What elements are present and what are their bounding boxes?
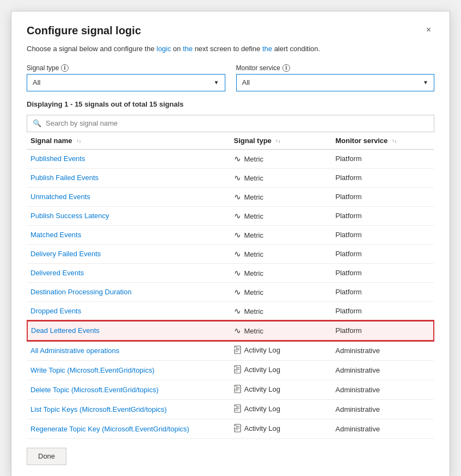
signal-name-link[interactable]: Regenerate Topic Key (Microsoft.EventGri… [30,425,189,433]
monitor-service-group: Monitor service ℹ All ▼ [236,64,435,91]
signals-table: Signal name ↑↓ Signal type ↑↓ Monitor se… [27,132,434,439]
table-row[interactable]: Destination Processing Duration∿MetricPl… [27,282,434,301]
metric-icon: ∿ [234,192,241,201]
signal-type-text: Metric [244,155,263,163]
activitylog-icon [234,385,241,395]
signal-name-link[interactable]: Delivery Failed Events [30,250,101,258]
signal-type-cell: Activity Log [231,360,333,380]
signal-type-cell: ∿Metric [231,149,333,168]
signal-type-cell: Activity Log [231,380,333,399]
signal-type-cell: ∿Metric [231,187,333,206]
signal-name-link[interactable]: Write Topic (Microsoft.EventGrid/topics) [30,366,155,374]
dialog-subtitle: Choose a signal below and configure the … [27,44,434,54]
svg-rect-24 [234,425,237,428]
table-row[interactable]: Dropped Events∿MetricPlatform [27,301,434,321]
signal-name-link[interactable]: Publish Failed Events [30,174,99,182]
activitylog-icon [234,424,241,434]
table-row[interactable]: Publish Success Latency∿MetricPlatform [27,206,434,225]
monitor-service-dropdown[interactable]: All ▼ [236,74,435,91]
monitor-service-cell: Platform [332,282,434,301]
signal-name-link[interactable]: Dead Lettered Events [31,326,100,335]
svg-rect-9 [234,367,237,369]
col-header-monitor-service[interactable]: Monitor service ↑↓ [332,132,434,150]
signal-name-cell: List Topic Keys (Microsoft.EventGrid/top… [27,399,231,419]
signal-name-cell: All Administrative operations [27,341,231,361]
metric-icon: ∿ [234,326,241,335]
signal-type-cell: ∿Metric [231,282,333,301]
monitor-service-label: Monitor service ℹ [236,64,435,72]
activitylog-icon [234,404,241,415]
signal-name-link[interactable]: Matched Events [30,231,81,239]
monitor-service-cell: Platform [332,263,434,282]
svg-rect-4 [234,347,237,350]
monitor-service-cell: Administrative [332,341,434,361]
done-button[interactable]: Done [27,448,66,465]
signal-name-link[interactable]: Publish Success Latency [30,212,109,220]
monitor-service-cell: Platform [332,244,434,263]
metric-icon: ∿ [234,306,241,316]
table-row[interactable]: Regenerate Topic Key (Microsoft.EventGri… [27,419,434,438]
dialog-title: Configure signal logic [27,24,141,37]
metric-icon: ∿ [234,287,241,296]
table-row[interactable]: Matched Events∿MetricPlatform [27,225,434,244]
col-header-signal-type[interactable]: Signal type ↑↓ [231,132,333,150]
signal-type-cell: Activity Log [231,399,333,419]
monitor-service-cell: Administrative [332,380,434,399]
monitor-service-cell: Platform [332,206,434,225]
metric-icon: ∿ [234,268,241,277]
monitor-service-cell: Administrative [332,360,434,380]
table-row[interactable]: Published Events∿MetricPlatform [27,149,434,168]
signal-type-cell: ∿Metric [231,301,333,321]
table-row[interactable]: List Topic Keys (Microsoft.EventGrid/top… [27,399,434,419]
signal-name-cell: Publish Failed Events [27,168,231,187]
table-row[interactable]: Unmatched Events∿MetricPlatform [27,187,434,206]
monitor-service-cell: Platform [332,168,434,187]
svg-rect-14 [234,386,237,389]
monitor-service-cell: Administrative [332,419,434,438]
table-row[interactable]: Dead Lettered Events∿MetricPlatform [27,321,434,341]
signal-type-text: Metric [244,174,263,182]
signal-type-sort-icon[interactable]: ↑↓ [275,139,280,144]
signal-type-arrow-icon: ▼ [214,79,219,85]
signal-type-cell: ∿Metric [231,206,333,225]
signal-name-cell: Write Topic (Microsoft.EventGrid/topics) [27,360,231,380]
signal-name-link[interactable]: Published Events [30,154,85,163]
signal-name-link[interactable]: Unmatched Events [30,193,90,201]
table-row[interactable]: Publish Failed Events∿MetricPlatform [27,168,434,187]
display-count: Displaying 1 - 15 signals out of total 1… [27,100,434,108]
signal-name-sort-icon[interactable]: ↑↓ [76,139,81,144]
signal-type-label: Signal type ℹ [27,64,225,72]
signal-name-link[interactable]: List Topic Keys (Microsoft.EventGrid/top… [30,405,167,413]
signal-name-link[interactable]: All Administrative operations [30,347,119,355]
signal-type-dropdown[interactable]: All ▼ [27,74,225,91]
signal-type-text: Metric [244,250,263,258]
table-row[interactable]: Write Topic (Microsoft.EventGrid/topics)… [27,360,434,380]
col-header-signal-name[interactable]: Signal name ↑↓ [27,132,231,150]
signal-name-cell: Delivered Events [27,263,231,282]
search-input[interactable] [46,119,428,127]
monitor-service-cell: Platform [332,301,434,321]
table-row[interactable]: Delete Topic (Microsoft.EventGrid/topics… [27,380,434,399]
signal-name-link[interactable]: Delivered Events [30,269,84,277]
signal-type-text: Metric [244,231,263,239]
metric-icon: ∿ [234,173,241,182]
table-row[interactable]: Delivery Failed Events∿MetricPlatform [27,244,434,263]
signal-type-info-icon: ℹ [61,64,69,72]
table-row[interactable]: All Administrative operations Activity L… [27,341,434,361]
monitor-service-arrow-icon: ▼ [423,79,428,85]
monitor-service-sort-icon[interactable]: ↑↓ [392,139,397,144]
signal-name-cell: Unmatched Events [27,187,231,206]
signal-type-value: All [33,78,40,86]
table-row[interactable]: Delivered Events∿MetricPlatform [27,263,434,282]
signal-name-link[interactable]: Destination Processing Duration [30,288,132,296]
signal-name-link[interactable]: Delete Topic (Microsoft.EventGrid/topics… [30,386,158,394]
signal-name-link[interactable]: Dropped Events [30,307,81,315]
signal-type-cell: ∿Metric [231,263,333,282]
signal-name-cell: Delivery Failed Events [27,244,231,263]
close-button[interactable]: × [423,24,434,35]
monitor-service-cell: Platform [332,149,434,168]
metric-icon: ∿ [234,154,241,163]
signal-type-cell: ∿Metric [231,225,333,244]
dropdowns-row: Signal type ℹ All ▼ Monitor service ℹ Al… [27,64,434,91]
signal-type-text: Metric [244,288,263,296]
